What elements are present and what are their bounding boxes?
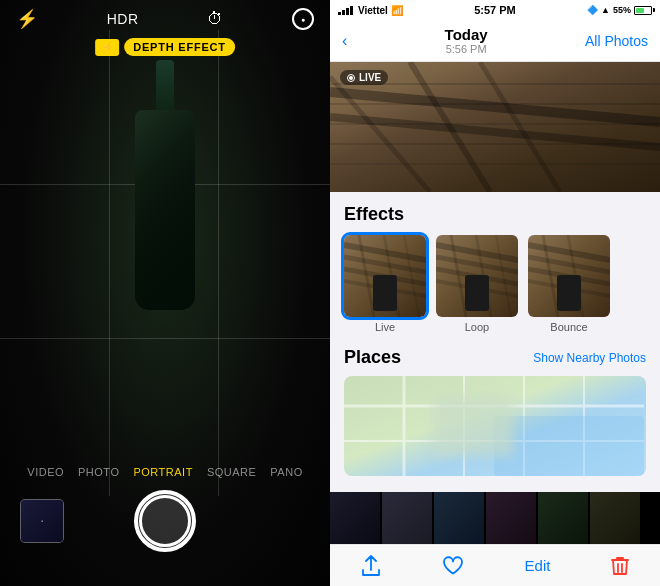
bottle-subject: [125, 60, 205, 320]
mode-square[interactable]: SQUARE: [207, 466, 256, 478]
shutter-button[interactable]: [134, 490, 196, 552]
phone-in-bounce: [557, 275, 581, 311]
places-title: Places: [344, 347, 401, 368]
map-blur-region: [434, 396, 514, 456]
bluetooth-icon: 🔷: [587, 5, 598, 15]
share-button[interactable]: [361, 555, 381, 577]
photos-scroll[interactable]: Effects: [330, 192, 660, 492]
heart-button[interactable]: [442, 556, 464, 576]
places-header: Places Show Nearby Photos: [344, 347, 646, 368]
effect-label-bounce: Bounce: [550, 321, 587, 333]
camera-top-bar: ⚡ HDR ⏱ ●: [0, 0, 330, 38]
flash-badge: ⚡: [95, 39, 119, 56]
signal-bar-2: [342, 10, 345, 15]
phone-in-effect: [373, 275, 397, 311]
flash-icon[interactable]: ⚡: [16, 8, 38, 30]
depth-effect-badge[interactable]: ⚡ DEPTH EFFECT: [95, 38, 235, 56]
status-left: Viettel 📶: [338, 5, 403, 16]
signal-bars: [338, 6, 353, 15]
battery-fill: [636, 8, 644, 13]
status-bar: Viettel 📶 5:57 PM 🔷 ▲ 55%: [330, 0, 660, 20]
camera-actions: ▪: [0, 490, 330, 552]
svg-line-23: [496, 235, 511, 317]
bottom-toolbar: Edit: [330, 544, 660, 586]
svg-line-16: [404, 235, 419, 317]
strip-thumb-6[interactable]: [590, 492, 640, 544]
grid-line-h2: [0, 338, 330, 339]
edit-button[interactable]: Edit: [525, 557, 551, 574]
strip-thumb-4[interactable]: [486, 492, 536, 544]
effects-section: Effects: [330, 192, 660, 339]
mode-video[interactable]: VIDEO: [27, 466, 64, 478]
effect-label-loop: Loop: [465, 321, 489, 333]
effects-title: Effects: [344, 204, 646, 225]
photos-panel: Viettel 📶 5:57 PM 🔷 ▲ 55% ‹ Today 5:56 P…: [330, 0, 660, 586]
strip-thumb-5[interactable]: [538, 492, 588, 544]
signal-bar-3: [346, 8, 349, 15]
signal-bar-1: [338, 12, 341, 15]
live-badge: LIVE: [340, 70, 388, 85]
carrier-label: Viettel: [358, 5, 388, 16]
depth-effect-label: DEPTH EFFECT: [124, 38, 235, 56]
effect-thumb-bounce: [528, 235, 610, 317]
places-section: Places Show Nearby Photos: [330, 339, 660, 482]
status-time: 5:57 PM: [474, 4, 516, 16]
svg-line-4: [480, 62, 560, 192]
camera-panel: ⚡ HDR ⏱ ● ⚡ DEPTH EFFECT VIDEO PHOTO POR…: [0, 0, 330, 586]
grid-line-v1: [109, 30, 110, 496]
show-nearby-button[interactable]: Show Nearby Photos: [533, 351, 646, 365]
strip-thumb-1[interactable]: [330, 492, 380, 544]
mode-photo[interactable]: PHOTO: [78, 466, 119, 478]
live-button[interactable]: ●: [292, 8, 314, 30]
effect-thumb-loop: [436, 235, 518, 317]
live-indicator: [347, 74, 355, 82]
signal-bar-4: [350, 6, 353, 15]
back-chevron: ‹: [342, 32, 347, 50]
effect-item-loop[interactable]: Loop: [436, 235, 518, 333]
camera-modes: VIDEO PHOTO PORTRAIT SQUARE PANO: [27, 466, 302, 478]
effect-thumb-live: [344, 235, 426, 317]
photos-nav: ‹ Today 5:56 PM All Photos: [330, 20, 660, 62]
back-button[interactable]: ‹: [342, 32, 347, 50]
effect-label-live: Live: [375, 321, 395, 333]
thumbnail-strip: [330, 492, 660, 544]
hdr-label[interactable]: HDR: [107, 11, 139, 27]
effect-item-live[interactable]: Live: [344, 235, 426, 333]
strip-thumb-2[interactable]: [382, 492, 432, 544]
photo-preview[interactable]: LIVE: [330, 62, 660, 192]
last-photo-thumbnail[interactable]: ▪: [20, 499, 64, 543]
status-right: 🔷 ▲ 55%: [587, 5, 652, 15]
svg-rect-36: [494, 416, 644, 476]
strip-thumb-3[interactable]: [434, 492, 484, 544]
nav-title: Today: [445, 26, 488, 43]
map-background: [344, 376, 646, 476]
timer-icon[interactable]: ⏱: [207, 10, 223, 28]
mode-portrait[interactable]: PORTRAIT: [133, 466, 192, 478]
trash-button[interactable]: [611, 555, 629, 577]
phone-in-loop: [465, 275, 489, 311]
map-area[interactable]: [344, 376, 646, 476]
live-text: LIVE: [359, 72, 381, 83]
effects-row: Live: [344, 235, 646, 333]
all-photos-button[interactable]: All Photos: [585, 33, 648, 49]
wifi-icon: 📶: [391, 5, 403, 16]
nav-title-group: Today 5:56 PM: [445, 26, 488, 55]
grid-line-v2: [218, 30, 219, 496]
location-icon: ▲: [601, 5, 610, 15]
battery-icon: [634, 6, 652, 15]
shutter-inner: [139, 495, 191, 547]
mode-pano[interactable]: PANO: [270, 466, 302, 478]
camera-bottom-controls: VIDEO PHOTO PORTRAIT SQUARE PANO ▪: [0, 466, 330, 586]
effect-item-bounce[interactable]: Bounce: [528, 235, 610, 333]
nav-subtitle: 5:56 PM: [445, 43, 488, 55]
battery-label: 55%: [613, 5, 631, 15]
